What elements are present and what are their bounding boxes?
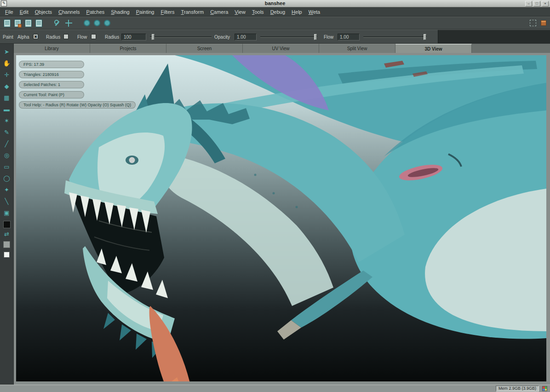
brush-circle-large-icon[interactable]	[104, 20, 110, 26]
menu-bar: File Edit Objects Channels Patches Shadi…	[0, 7, 550, 17]
foreground-color-swatch[interactable]	[3, 221, 11, 228]
menu-help[interactable]: Help	[288, 8, 305, 16]
flow-toggle-label: Flow	[77, 35, 87, 40]
opacity-slider-handle[interactable]	[314, 34, 317, 40]
eyedropper-tool[interactable]: ✦	[1, 184, 12, 196]
radius-label: Radius	[105, 35, 119, 40]
status-bar: Mem 2.9GB (3.9GB)	[0, 385, 550, 392]
opacity-slider[interactable]	[260, 34, 317, 40]
tabbar-filler	[472, 44, 550, 53]
alpha-label: Alpha	[17, 35, 29, 40]
export-icon[interactable]	[35, 19, 42, 27]
hud-triangles: Triangles: 2180916	[19, 71, 84, 78]
hud-tool-help: Tool Help: - Radius (R) Rotate (W) Opaci…	[19, 101, 136, 109]
viewport-frame: FPS: 17.39 Triangles: 2180916 Selected P…	[14, 53, 550, 385]
rect-select-tool[interactable]: ▭	[1, 161, 12, 173]
move-tool[interactable]: ✛	[1, 69, 12, 81]
memory-status: Mem 2.9GB (3.9GB)	[496, 386, 539, 392]
paint-tool-selector[interactable]: Paint	[3, 35, 13, 40]
menu-edit[interactable]: Edit	[17, 8, 32, 16]
radius-toggle-checkbox[interactable]	[63, 34, 69, 39]
menu-objects[interactable]: Objects	[32, 8, 55, 16]
menu-debug[interactable]: Debug	[267, 8, 288, 16]
menu-shading[interactable]: Shading	[108, 8, 132, 16]
hud-selected-patches: Selected Patches: 1	[19, 81, 84, 88]
clone-tool[interactable]: ◎	[1, 150, 12, 161]
swap-colors-icon[interactable]: ⇄	[1, 230, 12, 239]
transform-gizmo-icon[interactable]	[65, 19, 73, 27]
flow-slider[interactable]	[363, 34, 427, 40]
menu-transform[interactable]: Transform	[178, 8, 207, 16]
flow-slider-handle[interactable]	[424, 34, 426, 40]
paint-property-bar: Paint Alpha ✖ Radius Flow Radius 100 Opa…	[0, 29, 550, 44]
flow-label: Flow	[324, 35, 333, 40]
tab-3d-view[interactable]: 3D View	[395, 44, 472, 53]
background-color-swatch[interactable]	[3, 241, 10, 248]
banshee-eye	[129, 157, 135, 163]
app-window: ✎ banshee – □ × File Edit Objects Channe…	[0, 0, 550, 392]
menu-painting[interactable]: Painting	[133, 8, 158, 16]
menu-view[interactable]: View	[231, 8, 249, 16]
pin-tool[interactable]: ✶	[1, 115, 12, 127]
transform-tool[interactable]: ▣	[1, 208, 12, 219]
wrench-icon[interactable]	[53, 19, 61, 27]
menu-patches[interactable]: Patches	[83, 8, 108, 16]
measure-tool[interactable]: ╲	[1, 196, 12, 208]
tab-library[interactable]: Library	[14, 44, 90, 53]
menu-camera[interactable]: Camera	[207, 8, 231, 16]
window-title: banshee	[0, 0, 550, 6]
ellipse-select-tool[interactable]: ◯	[1, 173, 12, 184]
brush-circle-medium-icon[interactable]	[94, 20, 100, 26]
tab-uv-view[interactable]: UV View	[243, 44, 319, 53]
pencil-tool[interactable]: ✎	[1, 127, 12, 138]
radius-field[interactable]: 100	[121, 34, 146, 40]
tab-projects[interactable]: Projects	[90, 44, 166, 53]
alpha-checkbox[interactable]: ✖	[33, 34, 38, 39]
pan-tool[interactable]: ✋	[1, 58, 12, 69]
close-button[interactable]: ×	[542, 1, 549, 6]
paintbar-right-panel	[438, 30, 550, 43]
memory-indicator-icon	[542, 386, 547, 391]
stroke-tool[interactable]: ╱	[1, 138, 12, 150]
flow-field[interactable]: 1.00	[338, 34, 360, 40]
maximize-button[interactable]: □	[533, 1, 540, 6]
radius-slider-handle[interactable]	[152, 34, 155, 40]
radius-toggle-label: Radius	[46, 35, 60, 40]
radius-slider[interactable]	[150, 34, 212, 40]
cube-icon[interactable]	[541, 20, 546, 26]
blur-tool[interactable]: ◆	[1, 81, 12, 92]
grid-tool[interactable]: ▦	[1, 92, 12, 104]
menu-file[interactable]: File	[2, 8, 17, 16]
roller-tool[interactable]: ▬	[1, 104, 12, 115]
hud-fps: FPS: 17.39	[19, 61, 84, 68]
select-tool[interactable]: ➤	[1, 46, 12, 58]
menu-tools[interactable]: Tools	[249, 8, 267, 16]
white-color-swatch[interactable]	[4, 252, 10, 258]
new-project-icon[interactable]	[4, 19, 11, 27]
menu-filters[interactable]: Filters	[157, 8, 178, 16]
tab-split-view[interactable]: Split View	[319, 44, 395, 53]
view-tabbar: Library Projects Screen UV View Split Vi…	[14, 44, 550, 53]
brush-circle-small-icon[interactable]	[84, 20, 90, 26]
3d-viewport[interactable]: FPS: 17.39 Triangles: 2180916 Selected P…	[16, 55, 546, 381]
toolbar	[0, 17, 550, 29]
tab-screen[interactable]: Screen	[166, 44, 243, 53]
save-icon[interactable]	[25, 19, 32, 27]
minimize-button[interactable]: –	[525, 1, 532, 6]
opacity-label: Opacity	[214, 35, 230, 40]
opacity-field[interactable]: 1.00	[235, 34, 257, 40]
menu-channels[interactable]: Channels	[55, 8, 83, 16]
marquee-dashed-icon[interactable]	[530, 20, 536, 26]
menu-weta[interactable]: Weta	[305, 8, 323, 16]
tool-sidebar: ➤ ✋ ✛ ◆ ▦ ▬ ✶ ✎ ╱ ◎ ▭ ◯ ✦ ╲ ▣ ⇄	[0, 44, 14, 385]
hud-current-tool: Current Tool: Paint (P)	[19, 91, 84, 98]
open-project-icon[interactable]	[14, 19, 21, 27]
flow-toggle-checkbox[interactable]	[91, 34, 96, 39]
titlebar: ✎ banshee – □ ×	[0, 0, 550, 7]
